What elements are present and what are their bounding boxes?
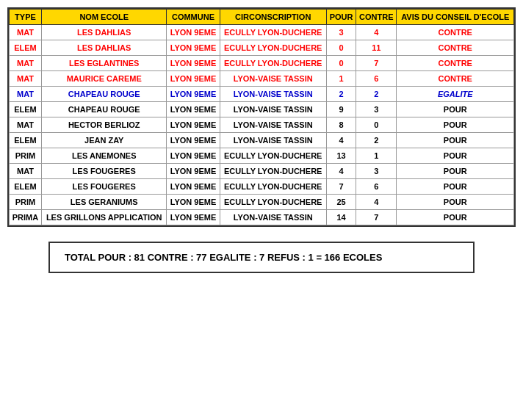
cell-contre: 11 [356,40,397,56]
cell-contre: 4 [356,195,397,210]
cell-circo: ECULLY LYON-DUCHERE [220,164,326,179]
cell-avis: POUR [397,148,514,164]
cell-commune: LYON 9EME [167,71,220,87]
table-row: PRIMLES ANEMONESLYON 9EMEECULLY LYON-DUC… [10,148,514,164]
table-row: MATLES EGLANTINESLYON 9EMEECULLY LYON-DU… [10,56,514,71]
table-row: ELEMLES DAHLIASLYON 9EMEECULLY LYON-DUCH… [10,40,514,56]
footer-text: TOTAL POUR : 81 CONTRE : 77 EGALITE : 7 … [65,252,382,263]
cell-type: ELEM [10,133,42,148]
cell-type: ELEM [10,102,42,117]
cell-nom: LES EGLANTINES [41,56,167,71]
cell-pour: 3 [326,25,356,40]
cell-nom: LES FOUGERES [41,179,167,195]
main-table: TYPE NOM ECOLE COMMUNE CIRCONSCRIPTION P… [9,9,514,225]
cell-circo: LYON-VAISE TASSIN [220,71,326,87]
cell-contre: 2 [356,87,397,102]
cell-nom: LES DAHLIAS [41,40,167,56]
cell-pour: 4 [326,133,356,148]
table-row: MATLES DAHLIASLYON 9EMEECULLY LYON-DUCHE… [10,25,514,40]
table-row: ELEMJEAN ZAYLYON 9EMELYON-VAISE TASSIN42… [10,133,514,148]
col-type: TYPE [10,10,42,25]
cell-circo: ECULLY LYON-DUCHERE [220,179,326,195]
cell-circo: ECULLY LYON-DUCHERE [220,148,326,164]
cell-type: MAT [10,117,42,133]
cell-avis: CONTRE [397,25,514,40]
cell-circo: LYON-VAISE TASSIN [220,133,326,148]
cell-circo: ECULLY LYON-DUCHERE [220,195,326,210]
cell-nom: MAURICE CAREME [41,71,167,87]
cell-contre: 1 [356,148,397,164]
cell-pour: 0 [326,56,356,71]
cell-avis: CONTRE [397,40,514,56]
cell-commune: LYON 9EME [167,179,220,195]
cell-commune: LYON 9EME [167,117,220,133]
cell-nom: LES DAHLIAS [41,25,167,40]
cell-contre: 4 [356,25,397,40]
table-row: MATLES FOUGERESLYON 9EMEECULLY LYON-DUCH… [10,164,514,179]
cell-pour: 25 [326,195,356,210]
cell-pour: 9 [326,102,356,117]
col-contre: CONTRE [356,10,397,25]
cell-circo: ECULLY LYON-DUCHERE [220,25,326,40]
table-body: MATLES DAHLIASLYON 9EMEECULLY LYON-DUCHE… [10,25,514,225]
table-row: PRIMALES GRILLONS APPLICATIONLYON 9EMELY… [10,210,514,225]
cell-commune: LYON 9EME [167,148,220,164]
cell-type: ELEM [10,179,42,195]
cell-type: MAT [10,71,42,87]
cell-commune: LYON 9EME [167,87,220,102]
cell-commune: LYON 9EME [167,102,220,117]
cell-avis: CONTRE [397,56,514,71]
cell-pour: 14 [326,210,356,225]
cell-circo: ECULLY LYON-DUCHERE [220,40,326,56]
cell-contre: 7 [356,210,397,225]
cell-avis: CONTRE [397,71,514,87]
cell-pour: 1 [326,71,356,87]
cell-contre: 0 [356,117,397,133]
table-row: ELEMLES FOUGERESLYON 9EMEECULLY LYON-DUC… [10,179,514,195]
col-nom-ecole: NOM ECOLE [41,10,167,25]
col-circo: CIRCONSCRIPTION [220,10,326,25]
cell-nom: CHAPEAU ROUGE [41,102,167,117]
table-row: MATHECTOR BERLIOZLYON 9EMELYON-VAISE TAS… [10,117,514,133]
col-commune: COMMUNE [167,10,220,25]
table-row: PRIMLES GERANIUMSLYON 9EMEECULLY LYON-DU… [10,195,514,210]
cell-commune: LYON 9EME [167,25,220,40]
cell-pour: 2 [326,87,356,102]
cell-contre: 7 [356,56,397,71]
cell-pour: 0 [326,40,356,56]
cell-contre: 6 [356,71,397,87]
header-row: TYPE NOM ECOLE COMMUNE CIRCONSCRIPTION P… [10,10,514,25]
cell-avis: POUR [397,195,514,210]
cell-contre: 6 [356,179,397,195]
cell-type: PRIM [10,148,42,164]
cell-nom: LES GERANIUMS [41,195,167,210]
cell-avis: POUR [397,179,514,195]
table-row: MATMAURICE CAREMELYON 9EMELYON-VAISE TAS… [10,71,514,87]
cell-pour: 4 [326,164,356,179]
cell-type: ELEM [10,40,42,56]
cell-avis: POUR [397,210,514,225]
cell-type: MAT [10,87,42,102]
cell-avis: POUR [397,164,514,179]
cell-pour: 8 [326,117,356,133]
col-avis: AVIS DU CONSEIL D'ECOLE [397,10,514,25]
cell-avis: POUR [397,133,514,148]
cell-commune: LYON 9EME [167,210,220,225]
footer-totals: TOTAL POUR : 81 CONTRE : 77 EGALITE : 7 … [48,242,475,273]
cell-commune: LYON 9EME [167,164,220,179]
cell-avis: EGALITE [397,87,514,102]
cell-nom: HECTOR BERLIOZ [41,117,167,133]
cell-type: MAT [10,164,42,179]
cell-commune: LYON 9EME [167,40,220,56]
cell-type: PRIM [10,195,42,210]
cell-contre: 3 [356,102,397,117]
cell-circo: ECULLY LYON-DUCHERE [220,56,326,71]
cell-circo: LYON-VAISE TASSIN [220,102,326,117]
cell-commune: LYON 9EME [167,133,220,148]
cell-nom: CHAPEAU ROUGE [41,87,167,102]
cell-contre: 2 [356,133,397,148]
cell-avis: POUR [397,102,514,117]
cell-nom: LES ANEMONES [41,148,167,164]
cell-circo: LYON-VAISE TASSIN [220,117,326,133]
table-row: MATCHAPEAU ROUGELYON 9EMELYON-VAISE TASS… [10,87,514,102]
